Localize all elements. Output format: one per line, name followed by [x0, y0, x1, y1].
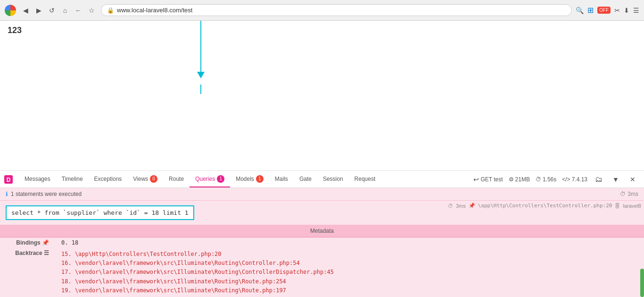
back-button[interactable]: ◀: [20, 5, 31, 16]
page-text: 123: [8, 25, 22, 35]
bookmark-button[interactable]: ☆: [86, 5, 97, 16]
arrow2: [197, 85, 205, 94]
scissors-button[interactable]: ✂: [614, 7, 620, 14]
page-content: 123: [0, 21, 644, 77]
url-text: www.local-laravel8.com/test: [117, 7, 566, 14]
browser-actions: 🔍 ⊞ OFF ✂ ⬇ ☰: [576, 6, 639, 15]
home-button[interactable]: ⌂: [59, 5, 71, 16]
windows-button[interactable]: ⊞: [587, 6, 594, 15]
browser-chrome: ◀ ▶ ↺ ⌂ ← ☆ 🔒 www.local-laravel8.com/tes…: [0, 0, 644, 21]
lock-icon: 🔒: [107, 7, 114, 14]
search-button[interactable]: 🔍: [576, 7, 584, 14]
reload-button[interactable]: ↺: [46, 5, 58, 16]
chrome-logo: [5, 5, 16, 16]
nav-buttons: ◀ ▶ ↺ ⌂ ← ☆: [20, 5, 97, 16]
back2-button[interactable]: ←: [73, 5, 84, 16]
menu-button[interactable]: ☰: [633, 7, 639, 14]
download-button[interactable]: ⬇: [624, 7, 629, 14]
address-bar[interactable]: 🔒 www.local-laravel8.com/test: [101, 4, 572, 16]
forward-button[interactable]: ▶: [33, 5, 44, 16]
extension-button[interactable]: OFF: [597, 7, 611, 14]
